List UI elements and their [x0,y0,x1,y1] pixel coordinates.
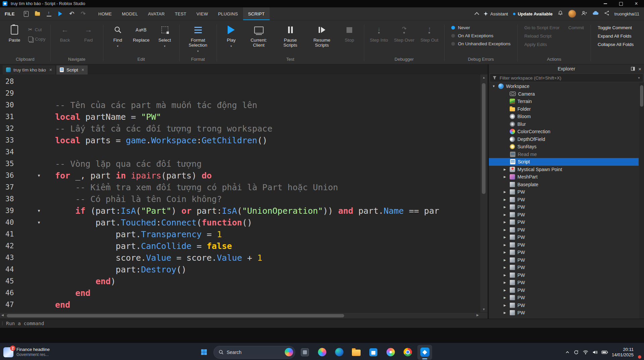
collapse-ribbon-icon[interactable] [474,12,479,17]
expander-icon[interactable]: ▶ [504,205,510,209]
close-tab-icon[interactable]: × [82,67,84,72]
expander-icon[interactable]: ▶ [504,311,510,314]
tree-item-pw[interactable]: ▶PW [489,302,639,309]
taskbar-app-file-explorer[interactable] [349,345,364,360]
stop-button[interactable]: Stop [338,22,361,45]
taskbar-app-store[interactable] [366,345,381,360]
commit-button[interactable]: Commit [568,25,584,30]
collapse-all-folds-button[interactable]: Collapse All Folds [598,42,634,47]
taskbar-app-photos[interactable] [383,345,398,360]
taskbar-app-chrome[interactable] [400,345,415,360]
share-button[interactable] [604,10,609,17]
code-line[interactable]: 45 end) [0,275,480,287]
pause-scripts-button[interactable]: Pause Scripts [275,22,306,50]
step-into-button[interactable]: ↓ Step Into [367,22,391,45]
code-line[interactable]: 47end [0,299,480,311]
code-line[interactable]: 36▼for _, part in ipairs(parts) do [0,170,480,182]
tree-item-pw[interactable]: ▶PW [489,279,639,287]
close-panel-icon[interactable]: × [638,66,641,72]
tree-item-bloom[interactable]: Bloom [489,113,639,120]
tree-item-pw[interactable]: ▶PW [489,196,639,204]
tree-item-mystical-spawn-point[interactable]: ▶Mystical Spawn Point [489,166,639,173]
tab-model[interactable]: MODEL [117,7,143,20]
tree-item-pw[interactable]: ▶PW [489,211,639,219]
expander-icon[interactable]: ▶ [504,266,510,269]
tree-item-blur[interactable]: Blur [489,120,639,128]
editor-vertical-scrollbar[interactable]: ▲ ▼ [480,74,488,312]
tree-item-pw[interactable]: ▶PW [489,218,639,226]
scrollbar-thumb[interactable] [640,85,643,107]
tree-item-pw[interactable]: ▶PW [489,309,639,317]
expander-icon[interactable]: ▶ [504,243,510,247]
replace-button[interactable]: A⇄B Replace [130,22,153,45]
expander-icon[interactable]: ▶ [504,190,510,194]
quick-play-button[interactable] [57,10,64,17]
expand-all-folds-button[interactable]: Expand All Folds [598,34,634,39]
resume-scripts-button[interactable]: Resume Scripts [306,22,338,50]
taskbar-search[interactable]: Search [214,346,295,359]
code-line[interactable]: 34 [0,146,480,158]
apply-edits-button[interactable]: Apply Edits [524,42,560,47]
undo-button[interactable]: ↶ [68,10,75,17]
taskbar-app-copilot[interactable] [315,345,329,360]
avatar[interactable] [568,10,576,18]
code-line[interactable]: 39▼ if (part:IsA("Part") or part:IsA("Un… [0,205,480,217]
tree-item-pw[interactable]: ▶PW [489,249,639,256]
tree-item-pw[interactable]: ▶PW [489,264,639,271]
file-menu-button[interactable]: FILE [0,7,19,20]
code-line[interactable]: 41 part.Transparency = 1 [0,228,480,240]
tree-item-pw[interactable]: ▶PW [489,226,639,234]
taskbar-app-roblox-studio[interactable] [417,345,432,360]
tree-item-pw[interactable]: ▶PW [489,256,639,264]
select-button[interactable]: Select ▼ [153,22,177,49]
goto-script-error-button[interactable]: Go to Script Error [524,25,560,30]
expander-icon[interactable]: ▶ [504,258,510,262]
tree-item-colorcorrection[interactable]: ColorCorrection [489,128,639,136]
tab-script[interactable]: SCRIPT [243,7,270,20]
tree-item-pw[interactable]: ▶PW [489,271,639,279]
tree-item-sunrays[interactable]: SunRays [489,143,639,151]
expander-icon[interactable]: ▶ [504,304,510,307]
expander-icon[interactable]: ▶ [504,220,510,224]
tree-item-workspace[interactable]: ▼Workspace [489,83,639,90]
expander-icon[interactable]: ▶ [504,198,510,201]
code-line[interactable]: 30-- Tên của các part mà muốn tác động l… [0,99,480,111]
tree-item-pw[interactable]: ▶PW [489,241,639,249]
tree-item-baseplate[interactable]: Baseplate [489,181,639,189]
play-button[interactable]: Play ▼ [220,22,243,49]
doc-tab-script[interactable]: Script × [56,65,88,74]
forward-button[interactable]: → Fwd [77,22,100,45]
code-line[interactable]: 46 end [0,287,480,299]
tree-item-terrain[interactable]: Terrain [489,98,639,105]
widgets-button[interactable]: 2 Finance headline Government res... [3,343,50,360]
tree-item-folder[interactable]: Folder [489,105,639,113]
expander-icon[interactable]: ▶ [504,251,510,254]
expander-icon[interactable]: ▶ [504,213,510,216]
username[interactable]: truongkhai11 [614,11,639,16]
drag-grip-icon[interactable] [2,322,3,325]
explorer-filter[interactable]: ▼ [490,73,643,82]
script-editor[interactable]: 282930-- Tên của các part mà muốn tác độ… [0,74,488,312]
taskbar-app-task-view[interactable] [297,345,312,360]
taskbar-clock[interactable]: 20:11 14/01/2025 [612,347,634,358]
scroll-up-icon[interactable]: ▲ [480,76,488,79]
code-line[interactable]: 32-- Lấy tất cả các đối tượng trong work… [0,123,480,135]
notification-dot[interactable] [638,355,641,359]
tree-item-camera[interactable]: Camera [489,90,639,98]
code-line[interactable]: 35-- Vòng lặp qua các đối tượng [0,158,480,170]
code-line[interactable]: 33local parts = game.Workspace:GetChildr… [0,135,480,146]
expander-icon[interactable]: ▶ [504,281,510,284]
cloud-sync-button[interactable] [592,11,599,17]
format-selection-button[interactable]: Format Selection ▼ [182,22,214,54]
command-input[interactable] [5,320,175,326]
code-line[interactable]: 42 part.CanCollide = false [0,240,480,252]
cut-button[interactable]: ✂ Cut [26,26,48,33]
tray-chevron-up-icon[interactable] [565,350,570,355]
scrollbar-thumb[interactable] [482,83,486,194]
minimize-button[interactable] [598,0,613,7]
tree-item-pw[interactable]: ▶PW [489,203,639,211]
expander-icon[interactable]: ▶ [504,228,510,232]
paste-button[interactable]: Paste [3,22,26,45]
copy-button[interactable]: Copy [26,36,48,42]
tree-item-pw[interactable]: ▶PW [489,188,639,196]
